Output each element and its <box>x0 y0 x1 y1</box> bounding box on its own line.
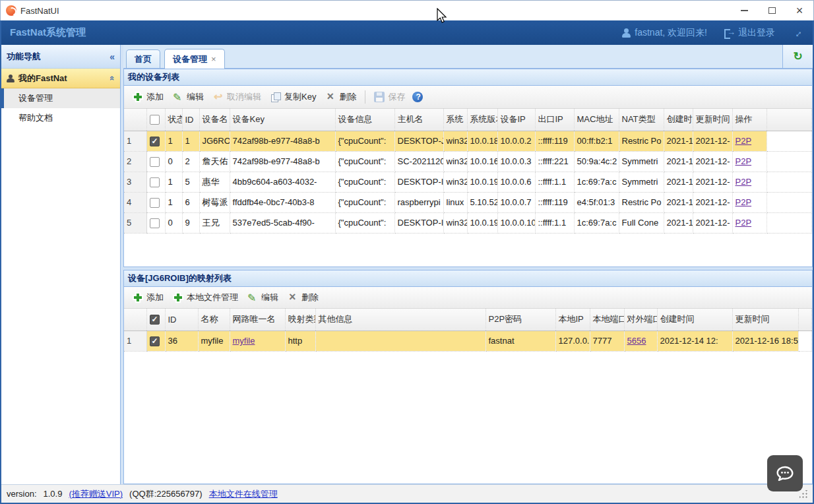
save-button[interactable]: 保存 <box>369 89 410 105</box>
tab-home[interactable]: 首页 <box>126 49 160 68</box>
op-link[interactable]: P2P <box>736 218 752 228</box>
maximize-icon <box>768 7 776 14</box>
op-link[interactable]: P2P <box>736 177 752 187</box>
op-link[interactable]: P2P <box>736 197 752 207</box>
chat-bubble-icon <box>774 463 796 484</box>
col-other[interactable]: 其他信息 <box>315 309 485 331</box>
table-row[interactable]: 416树莓派ffddfb4e-0bc7-40b3-8{"cpuCount":ra… <box>124 192 812 212</box>
col-status[interactable]: 状态 <box>165 109 182 131</box>
local-file-manage-button[interactable]: 本地文件管理 <box>168 290 243 305</box>
delete-mapping-button[interactable]: 删除 <box>283 290 323 305</box>
local-file-online-link[interactable]: 本地文件在线管理 <box>209 488 278 500</box>
col-created[interactable]: 创建时间 <box>664 109 693 131</box>
col-p2ppwd[interactable]: P2P密码 <box>485 309 555 331</box>
tab-device-manage[interactable]: 设备管理 × <box>164 49 225 69</box>
select-all-checkbox[interactable] <box>150 115 160 125</box>
edit-mapping-button[interactable]: 编辑 <box>243 290 283 305</box>
col-nat[interactable]: NAT类型 <box>619 109 664 131</box>
col-localip[interactable]: 本地IP <box>555 309 590 331</box>
cell-check <box>146 331 165 351</box>
col-check[interactable] <box>146 309 165 331</box>
close-button[interactable]: × <box>786 1 813 20</box>
row-checkbox[interactable] <box>150 198 160 208</box>
cell-id: 9 <box>182 212 199 233</box>
add-mapping-button[interactable]: 添加 <box>128 290 168 305</box>
sidebar-item-help-docs[interactable]: 帮助文档 <box>1 108 120 128</box>
col-netname[interactable]: 网路唯一名 <box>230 309 285 331</box>
col-devkey[interactable]: 设备Key <box>230 109 335 131</box>
col-num <box>124 309 146 331</box>
cell-status: 0 <box>165 151 182 172</box>
delete-button[interactable]: 删除 <box>321 89 361 105</box>
col-outip[interactable]: 出口IP <box>535 109 574 131</box>
cell-check <box>146 151 165 172</box>
col-devip[interactable]: 设备IP <box>497 109 535 131</box>
toolbar-button-label: 删除 <box>301 292 319 303</box>
maximize-button[interactable] <box>758 1 786 20</box>
table-row[interactable]: 136myfilemyfilehttpfastnat127.0.0.177775… <box>124 331 812 351</box>
op-link[interactable]: P2P <box>736 156 752 166</box>
col-os[interactable]: 系统 <box>443 109 467 131</box>
table-row[interactable]: 509王兄537e7ed5-5cab-4f90-{"cpuCount":DESK… <box>124 212 812 233</box>
cell-nat: Symmetri <box>619 151 664 172</box>
tab-close-icon[interactable]: × <box>211 54 216 64</box>
row-checkbox[interactable] <box>150 218 160 228</box>
cancel-edit-button[interactable]: 取消编辑 <box>208 89 266 105</box>
col-remoteport[interactable]: 对外端口 <box>624 309 657 331</box>
copy-key-button[interactable]: 复制Key <box>266 89 321 105</box>
edit-button[interactable]: 编辑 <box>168 89 208 105</box>
cell-updated: 2021-12- <box>693 151 732 172</box>
row-checkbox[interactable] <box>150 177 160 187</box>
select-all-checkbox[interactable] <box>150 315 160 325</box>
cell-num: 1 <box>124 131 146 151</box>
table-row[interactable]: 202詹天佑742af98b-e977-48a8-b{"cpuCount":SC… <box>124 151 812 172</box>
table-row[interactable]: 315惠华4bb9c604-a603-4032-{"cpuCount":DESK… <box>124 172 812 192</box>
fullscreen-icon[interactable]: ↔ <box>790 25 805 40</box>
minimize-button[interactable] <box>730 1 758 20</box>
cell-outip: ::ffff:119 <box>535 131 574 151</box>
col-op[interactable]: 操作 <box>732 109 767 131</box>
col-updated[interactable]: 更新时间 <box>732 309 798 331</box>
vip-link[interactable]: (推荐赠送VIP) <box>69 488 123 500</box>
col-id[interactable]: ID <box>165 309 198 331</box>
cell-filler <box>767 172 812 192</box>
col-localport[interactable]: 本地端口 <box>590 309 624 331</box>
col-info[interactable]: 设备信息 <box>335 109 394 131</box>
col-updated[interactable]: 更新时间 <box>693 109 732 131</box>
col-mac[interactable]: MAC地址 <box>574 109 619 131</box>
cell-mac: 50:9a:4c:2 <box>574 151 619 172</box>
col-maptype[interactable]: 映射类型 <box>285 309 315 331</box>
add-button[interactable]: 添加 <box>128 89 168 105</box>
col-id[interactable]: ID <box>182 109 199 131</box>
table-row[interactable]: 111JG6ROIB742af98b-e977-48a8-b{"cpuCount… <box>124 131 812 151</box>
col-osver[interactable]: 系统版本 <box>467 109 497 131</box>
logout-button[interactable]: 退出登录 <box>724 27 775 39</box>
edit-icon <box>173 92 183 102</box>
row-checkbox[interactable] <box>150 157 160 167</box>
col-host[interactable]: 主机名 <box>394 109 443 131</box>
help-button[interactable] <box>410 90 425 104</box>
logout-icon <box>724 28 734 37</box>
remoteport-link[interactable]: 5656 <box>627 336 646 346</box>
logout-label: 退出登录 <box>738 27 775 39</box>
cell-status: 0 <box>165 212 182 233</box>
version-label: version: <box>7 489 37 499</box>
netname-link[interactable]: myfile <box>233 336 255 346</box>
col-name[interactable]: 名称 <box>198 309 230 331</box>
chat-widget-button[interactable] <box>767 455 803 491</box>
refresh-icon[interactable]: ↻ <box>793 49 802 63</box>
sidebar-item-device-manage[interactable]: 设备管理 <box>1 88 120 108</box>
col-check[interactable] <box>146 109 165 131</box>
cell-os: linux <box>443 192 467 212</box>
resize-grip[interactable] <box>799 490 807 498</box>
cell-name: JG6ROIB <box>199 131 230 151</box>
op-link[interactable]: P2P <box>736 136 752 146</box>
col-created[interactable]: 创建时间 <box>657 309 732 331</box>
sidebar-section-myfastnat[interactable]: 我的FastNat « <box>1 69 120 88</box>
col-name[interactable]: 设备名 <box>199 109 230 131</box>
row-checkbox[interactable] <box>150 137 160 146</box>
row-checkbox[interactable] <box>150 336 160 346</box>
cell-filler <box>798 331 812 351</box>
collapse-sidebar-icon[interactable]: « <box>110 51 115 62</box>
cell-created: 2021-1 <box>664 192 693 212</box>
